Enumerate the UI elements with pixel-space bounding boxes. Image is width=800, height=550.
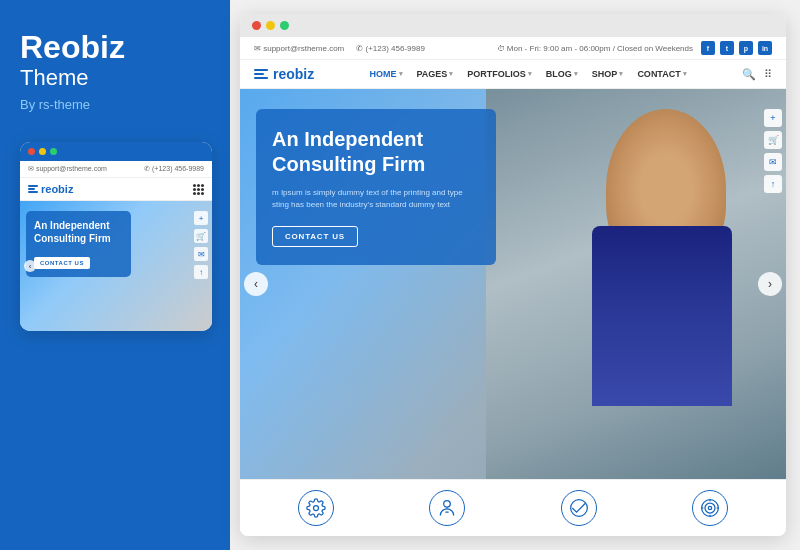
nav-label-blog: BLOG — [546, 69, 572, 79]
twitter-icon[interactable]: t — [720, 41, 734, 55]
left-panel: Reobiz Theme By rs-theme ✉ support@rsthe… — [0, 0, 230, 550]
mobile-sidebar-icon-mail[interactable]: ✉ — [194, 247, 208, 261]
settings-icon — [298, 490, 334, 526]
infobar-right: ⏱ Mon - Fri: 9:00 am - 06:00pm / Closed … — [497, 41, 772, 55]
side-icon-mail[interactable]: ✉ — [764, 153, 782, 171]
side-icon-zoom[interactable]: + — [764, 109, 782, 127]
nav-label-pages: PAGES — [417, 69, 448, 79]
facebook-icon[interactable]: f — [701, 41, 715, 55]
logo-bar-2 — [28, 188, 35, 190]
ham-dot — [193, 188, 196, 191]
side-icon-cart[interactable]: 🛒 — [764, 131, 782, 149]
svg-point-1 — [444, 501, 451, 508]
desktop-infobar: ✉ support@rstheme.com ✆ (+123) 456-9989 … — [240, 37, 786, 60]
mobile-mockup: ✉ support@rstheme.com ✆ (+123) 456-9989 … — [20, 142, 212, 331]
hero-content-box: An Independent Consulting Firm m Ipsum i… — [256, 109, 496, 265]
shop-caret-icon: ▾ — [619, 70, 623, 78]
svg-point-3 — [702, 500, 719, 517]
bottom-icon-target — [692, 490, 728, 526]
desktop-email: ✉ support@rstheme.com — [254, 44, 344, 53]
side-icon-up[interactable]: ↑ — [764, 175, 782, 193]
right-panel: ✉ support@rstheme.com ✆ (+123) 456-9989 … — [230, 0, 800, 550]
hero-side-icons: + 🛒 ✉ ↑ — [764, 109, 782, 193]
nav-label-contact: CONTACT — [637, 69, 680, 79]
hero-description: m Ipsum is simply dummy text of the prin… — [272, 187, 480, 211]
mobile-logo-text: reobiz — [41, 183, 73, 195]
search-icon[interactable]: 🔍 — [742, 68, 756, 81]
svg-point-0 — [313, 506, 318, 511]
mobile-email: ✉ support@rstheme.com — [28, 165, 107, 173]
logo-bar-3 — [28, 191, 38, 193]
desktop-hours: ⏱ Mon - Fri: 9:00 am - 06:00pm / Closed … — [497, 44, 693, 53]
target-icon — [692, 490, 728, 526]
nav-item-portfolios[interactable]: PORTFOLIOS ▾ — [467, 69, 532, 79]
mobile-sidebar-icon-plus[interactable]: + — [194, 211, 208, 225]
home-caret-icon: ▾ — [399, 70, 403, 78]
pinterest-icon[interactable]: p — [739, 41, 753, 55]
ham-dot — [197, 188, 200, 191]
bottom-icon-person — [429, 490, 465, 526]
ham-dot — [193, 184, 196, 187]
mobile-sidebar-icon-cart[interactable]: 🛒 — [194, 229, 208, 243]
bottom-icon-check — [561, 490, 597, 526]
mobile-hero-title: An Independent Consulting Firm — [34, 219, 123, 245]
mobile-contact-button[interactable]: CONTACT US — [34, 257, 90, 269]
desktop-mockup: ✉ support@rstheme.com ✆ (+123) 456-9989 … — [240, 14, 786, 536]
ham-dot — [201, 184, 204, 187]
desktop-nav: reobiz HOME ▾ PAGES ▾ PORTFOLIOS ▾ BLOG … — [240, 60, 786, 89]
mobile-sidebar-icons: + 🛒 ✉ ↑ — [194, 211, 208, 279]
logo-bar-1 — [254, 69, 268, 71]
mobile-logo-icon — [28, 185, 38, 193]
mobile-phone: ✆ (+123) 456-9989 — [144, 165, 204, 173]
nav-item-shop[interactable]: SHOP ▾ — [592, 69, 624, 79]
hero-contact-button[interactable]: CONTACT US — [272, 226, 358, 247]
desktop-bottom-icons — [240, 479, 786, 536]
logo-bar-3 — [254, 77, 268, 79]
desktop-dot-red — [252, 21, 261, 30]
hamburger-icon[interactable] — [193, 184, 204, 195]
desktop-logo: reobiz — [254, 66, 314, 82]
mobile-dot-yellow — [39, 148, 46, 155]
mobile-prev-arrow[interactable]: ‹ — [24, 260, 36, 272]
desktop-dot-yellow — [266, 21, 275, 30]
mobile-dot-green — [50, 148, 57, 155]
desktop-hero: An Independent Consulting Firm m Ipsum i… — [240, 89, 786, 479]
infobar-left: ✉ support@rstheme.com ✆ (+123) 456-9989 — [254, 44, 425, 53]
mobile-infobar: ✉ support@rstheme.com ✆ (+123) 456-9989 — [20, 161, 212, 178]
logo-bar-2 — [254, 73, 264, 75]
nav-item-pages[interactable]: PAGES ▾ — [417, 69, 454, 79]
hero-prev-arrow[interactable]: ‹ — [244, 272, 268, 296]
desktop-titlebar — [240, 14, 786, 37]
nav-item-blog[interactable]: BLOG ▾ — [546, 69, 578, 79]
svg-point-5 — [709, 506, 712, 509]
logo-bars-icon — [254, 69, 268, 79]
ham-dot — [197, 184, 200, 187]
mobile-logo: reobiz — [28, 183, 73, 195]
blog-caret-icon: ▾ — [574, 70, 578, 78]
ham-dot — [193, 192, 196, 195]
brand-title: Reobiz — [20, 30, 125, 65]
nav-action-icons: 🔍 ⠿ — [742, 68, 772, 81]
brand-by: By rs-theme — [20, 97, 90, 112]
hero-next-arrow[interactable]: › — [758, 272, 782, 296]
hero-title: An Independent Consulting Firm — [272, 127, 480, 177]
svg-point-4 — [705, 503, 715, 513]
mobile-nav: reobiz — [20, 178, 212, 201]
desktop-phone: ✆ (+123) 456-9989 — [356, 44, 425, 53]
nav-item-contact[interactable]: CONTACT ▾ — [637, 69, 686, 79]
ham-dot — [201, 192, 204, 195]
nav-label-home: HOME — [370, 69, 397, 79]
grid-icon[interactable]: ⠿ — [764, 68, 772, 81]
contact-caret-icon: ▾ — [683, 70, 687, 78]
desktop-nav-menu: HOME ▾ PAGES ▾ PORTFOLIOS ▾ BLOG ▾ SHOP — [370, 69, 687, 79]
nav-item-home[interactable]: HOME ▾ — [370, 69, 403, 79]
nav-label-shop: SHOP — [592, 69, 618, 79]
mobile-hero: An Independent Consulting Firm CONTACT U… — [20, 201, 212, 331]
desktop-dot-green — [280, 21, 289, 30]
check-icon — [561, 490, 597, 526]
mobile-sidebar-icon-up[interactable]: ↑ — [194, 265, 208, 279]
logo-bar-1 — [28, 185, 38, 187]
mobile-hero-content: An Independent Consulting Firm CONTACT U… — [26, 211, 131, 277]
bottom-icon-settings — [298, 490, 334, 526]
instagram-icon[interactable]: in — [758, 41, 772, 55]
